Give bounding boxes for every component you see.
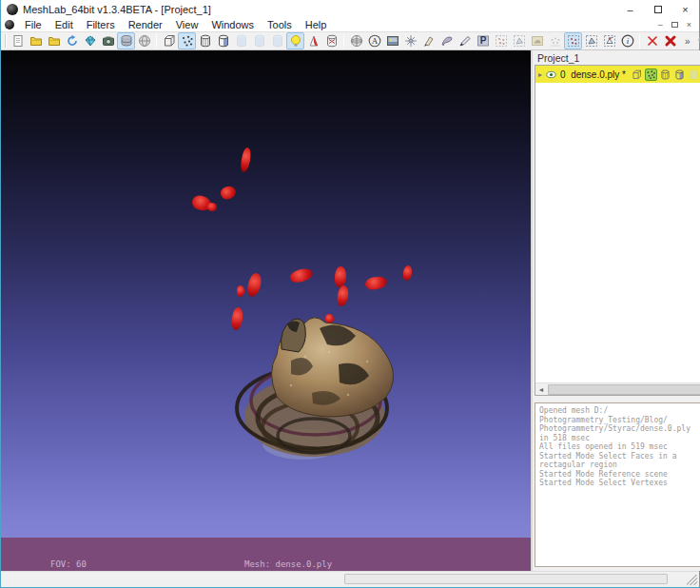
ambient-occlusion-icon[interactable]: A (365, 32, 383, 49)
select-face-brush-icon[interactable] (510, 32, 528, 49)
window-title: MeshLab_64bit v1.3.4BETA - [Project_1] (23, 4, 211, 15)
layer-expander-icon[interactable]: ▸ (537, 70, 542, 79)
log-line: Photogrammetry/Styrac/dense.0.ply (539, 424, 700, 434)
svg-text:A: A (371, 36, 378, 46)
log-line: rectagular region (539, 461, 700, 470)
point-picker-icon[interactable] (419, 32, 438, 49)
layer-bbox-icon[interactable] (631, 69, 643, 81)
menu-render[interactable]: Render (122, 18, 169, 31)
delete-selected-faces-icon[interactable] (661, 32, 679, 49)
mesh-object[interactable] (224, 309, 415, 469)
trackball-icon[interactable] (347, 32, 365, 49)
minimize-button[interactable]: – (616, 0, 644, 18)
toolbar-overflow-chevron[interactable]: » (681, 36, 694, 47)
wireframe-render-icon[interactable] (196, 32, 214, 49)
selected-vertices-blob (334, 266, 347, 288)
log-line: Opened mesh D:/ (539, 406, 700, 416)
radiance-scaling-icon[interactable] (401, 32, 419, 49)
flat-lines-render-icon[interactable] (232, 32, 250, 49)
select-vertexes-icon[interactable] (564, 32, 582, 49)
log-line: in 518 msec (539, 434, 700, 443)
smooth-render-icon[interactable] (268, 32, 286, 49)
layer-row-dense0ply[interactable]: ▸ 0 dense.0.ply * (535, 66, 700, 83)
select-connected-icon[interactable] (600, 32, 618, 49)
fov-value: FOV: 60 (50, 559, 102, 569)
texture-wire-icon[interactable] (322, 32, 340, 49)
selected-vertices-blob (240, 147, 252, 172)
mdi-restore-button[interactable] (671, 22, 678, 28)
pen-edit-icon[interactable] (456, 32, 474, 49)
texture-toggle-icon[interactable] (304, 32, 322, 49)
svg-text:i: i (626, 36, 629, 46)
viewport-info-bar: FOV: 60 FPS: 64.1 Mesh: dense.0.ply Vert… (1, 538, 531, 571)
delete-selected-vertices-icon[interactable] (643, 32, 661, 49)
paint-tool-icon[interactable]: P (474, 32, 492, 49)
layer-wireframe-icon[interactable] (659, 69, 671, 81)
resize-grip[interactable] (687, 575, 697, 585)
selected-vertices-blob (245, 272, 263, 299)
dock-title: Project_1 (535, 52, 579, 64)
log-output[interactable]: Opened mesh D:/Photogrammetry_Testing/Bl… (535, 402, 700, 567)
main-toolbar: APi » (1, 31, 699, 50)
layer-info-icon[interactable]: i (618, 32, 636, 49)
restore-icon (671, 22, 678, 28)
project-mdi-icon (5, 20, 14, 29)
save-project-icon[interactable] (81, 32, 99, 49)
toolbar-separator (639, 34, 640, 49)
selected-vertices-blob (237, 285, 244, 297)
toolbar-handle[interactable] (5, 34, 7, 48)
selected-vertices-blob (402, 265, 414, 281)
point-cloud-tool-icon[interactable] (546, 32, 564, 49)
log-line: Started Mode Select Faces in a (539, 452, 700, 461)
menu-windows[interactable]: Windows (204, 18, 261, 31)
toolbar-separator (343, 34, 344, 49)
menu-file[interactable]: File (18, 18, 49, 31)
background-image-icon[interactable] (383, 32, 401, 49)
bbox-render-icon[interactable] (160, 32, 178, 49)
log-line: Photogrammetry_Testing/Blog/ (539, 416, 700, 425)
layer-flat-icon[interactable] (688, 69, 700, 81)
points-render-icon[interactable] (178, 32, 196, 49)
web-export-icon[interactable] (135, 32, 153, 49)
snapshot-icon[interactable] (99, 32, 117, 49)
log-line: Started Mode Select Vertexes (539, 479, 700, 488)
scrollbar-thumb[interactable] (548, 384, 700, 395)
mdi-minimize-button[interactable]: – (658, 20, 663, 29)
select-faces-rect-icon[interactable] (582, 32, 600, 49)
maximize-icon (654, 6, 662, 13)
hidden-lines-render-icon[interactable] (214, 32, 232, 49)
menu-tools[interactable]: Tools (261, 18, 299, 31)
select-vertex-brush-icon[interactable] (492, 32, 510, 49)
menu-view[interactable]: View (169, 18, 205, 31)
new-project-icon[interactable] (9, 32, 27, 49)
light-toggle-icon[interactable] (286, 32, 304, 49)
menu-edit[interactable]: Edit (49, 18, 80, 31)
layer-visibility-eye-icon[interactable] (545, 69, 557, 80)
layer-hidden-lines-icon[interactable] (673, 69, 686, 81)
layer-horizontal-scrollbar[interactable]: ◄ ► (535, 382, 700, 395)
measure-tool-icon[interactable] (438, 32, 456, 49)
scroll-left-icon[interactable]: ◄ (535, 386, 547, 393)
show-layer-dialog-icon[interactable] (117, 32, 135, 49)
reload-icon[interactable] (63, 32, 81, 49)
maximize-button[interactable] (644, 0, 671, 18)
import-mesh-icon[interactable] (45, 32, 63, 49)
menu-filters[interactable]: Filters (80, 18, 122, 31)
align-tool-icon[interactable] (528, 32, 546, 49)
log-line: Started Mode Reference scene (539, 470, 700, 480)
toolbar-separator (156, 34, 157, 49)
menu-help[interactable]: Help (299, 18, 334, 31)
dock-header: Project_1 × (535, 50, 700, 65)
open-project-icon[interactable] (27, 32, 45, 49)
selected-vertices-blob (289, 266, 315, 284)
selected-vertices-blob (336, 284, 350, 307)
layer-list-empty-area[interactable] (535, 83, 700, 382)
close-button[interactable]: × (671, 0, 699, 18)
layer-list: ▸ 0 dense.0.ply * ◄ ► (535, 65, 700, 396)
search-icon[interactable] (696, 32, 700, 49)
3d-viewport[interactable]: FOV: 60 FPS: 64.1 Mesh: dense.0.ply Vert… (1, 50, 531, 571)
layer-points-icon[interactable] (645, 69, 657, 81)
flat-render-icon[interactable] (250, 32, 268, 49)
mdi-close-button[interactable]: × (687, 20, 691, 29)
layer-label[interactable]: 0 dense.0.ply * (560, 69, 626, 80)
